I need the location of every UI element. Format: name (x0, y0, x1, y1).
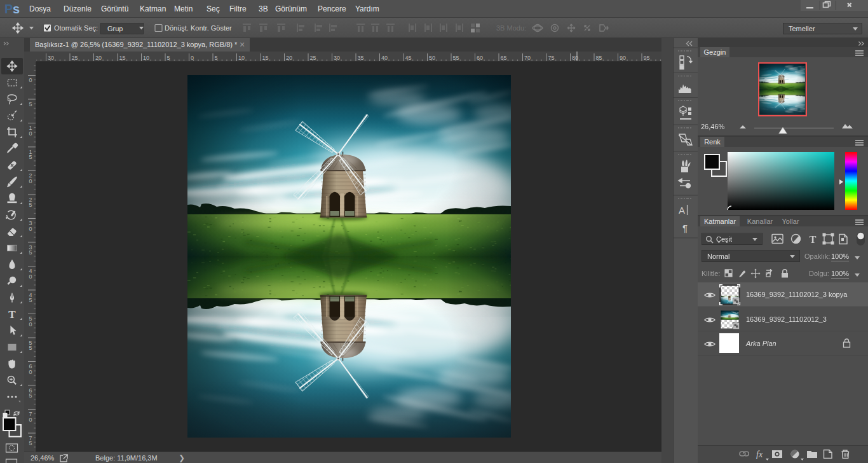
svg-text:15: 15 (262, 55, 269, 61)
svg-text:45: 45 (29, 292, 32, 304)
svg-text:10: 10 (29, 125, 32, 137)
svg-text:35: 35 (358, 55, 364, 61)
svg-text:90: 90 (620, 55, 626, 61)
svg-text:30: 30 (334, 55, 340, 61)
svg-text:85: 85 (596, 55, 602, 61)
svg-text:50: 50 (29, 315, 32, 328)
svg-text:fx: fx (756, 450, 763, 459)
svg-text:5: 5 (29, 101, 32, 107)
svg-text:5: 5 (167, 55, 170, 61)
svg-text:20: 20 (95, 55, 102, 61)
svg-text:T: T (8, 308, 16, 321)
svg-text:15: 15 (29, 149, 32, 161)
svg-text:55: 55 (29, 340, 32, 352)
svg-text:70: 70 (29, 411, 32, 423)
svg-text:25: 25 (72, 55, 78, 61)
svg-text:75: 75 (548, 55, 555, 61)
svg-text:s: s (13, 2, 20, 16)
svg-text:T: T (810, 234, 817, 245)
svg-text:60: 60 (477, 55, 483, 61)
svg-text:80: 80 (572, 55, 578, 61)
svg-text:95: 95 (644, 55, 650, 61)
svg-text:55: 55 (453, 55, 459, 61)
svg-text:10: 10 (143, 55, 149, 61)
svg-text:¶: ¶ (682, 223, 688, 233)
svg-text:75: 75 (29, 435, 32, 447)
svg-text:65: 65 (501, 55, 507, 61)
svg-text:35: 35 (29, 244, 32, 256)
svg-text:5: 5 (215, 55, 218, 61)
svg-text:50: 50 (429, 55, 435, 61)
svg-text:20: 20 (29, 172, 32, 184)
svg-text:P: P (4, 2, 13, 16)
svg-text:10: 10 (238, 55, 245, 61)
svg-text:20: 20 (286, 55, 292, 61)
svg-text:65: 65 (29, 387, 32, 399)
svg-text:0: 0 (191, 55, 194, 61)
svg-text:30: 30 (29, 220, 32, 232)
svg-text:15: 15 (119, 55, 126, 61)
svg-text:25: 25 (29, 197, 32, 209)
svg-text:45: 45 (405, 55, 412, 61)
svg-text:25: 25 (310, 55, 316, 61)
svg-text:40: 40 (381, 55, 388, 61)
svg-text:30: 30 (48, 55, 54, 61)
svg-text:70: 70 (524, 55, 531, 61)
svg-text:0: 0 (29, 77, 32, 83)
svg-text:60: 60 (29, 363, 32, 375)
svg-text:A: A (679, 205, 685, 216)
svg-text:40: 40 (29, 268, 32, 280)
